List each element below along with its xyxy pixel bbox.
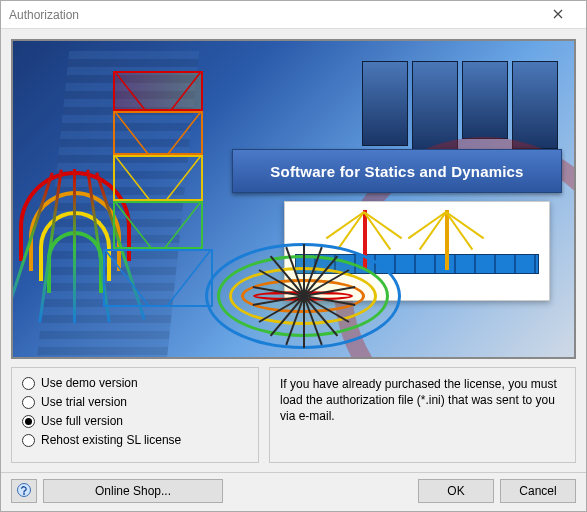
options-group: Use demo versionUse trial versionUse ful…	[11, 367, 259, 463]
content-area: Software for Statics and Dynamics Use de…	[1, 29, 586, 472]
radio-icon	[22, 396, 35, 409]
footer: Online Shop... OK Cancel	[1, 472, 586, 511]
slogan-text: Software for Statics and Dynamics	[270, 163, 523, 180]
tower-model-icon	[93, 71, 223, 321]
titlebar: Authorization	[1, 1, 586, 29]
radio-option[interactable]: Rehost existing SL license	[22, 433, 248, 447]
close-icon	[553, 8, 563, 22]
radio-label: Rehost existing SL license	[41, 433, 181, 447]
info-text: If you have already purchased the licens…	[280, 377, 557, 423]
help-icon	[16, 482, 32, 501]
banner-image: Software for Statics and Dynamics	[11, 39, 576, 359]
radio-option[interactable]: Use full version	[22, 414, 248, 428]
cancel-button[interactable]: Cancel	[500, 479, 576, 503]
radio-option[interactable]: Use trial version	[22, 395, 248, 409]
disc-model-icon	[203, 241, 403, 351]
slogan-box: Software for Statics and Dynamics	[232, 149, 562, 193]
close-button[interactable]	[538, 3, 578, 27]
online-shop-button[interactable]: Online Shop...	[43, 479, 223, 503]
radio-icon	[22, 434, 35, 447]
svg-point-1	[23, 493, 25, 495]
window-title: Authorization	[9, 8, 538, 22]
radio-icon	[22, 377, 35, 390]
radio-icon	[22, 415, 35, 428]
radio-option[interactable]: Use demo version	[22, 376, 248, 390]
ok-button[interactable]: OK	[418, 479, 494, 503]
radio-label: Use trial version	[41, 395, 127, 409]
radio-label: Use demo version	[41, 376, 138, 390]
help-button[interactable]	[11, 479, 37, 503]
authorization-dialog: Authorization	[0, 0, 587, 512]
lower-panel: Use demo versionUse trial versionUse ful…	[11, 367, 576, 463]
info-panel: If you have already purchased the licens…	[269, 367, 576, 463]
radio-label: Use full version	[41, 414, 123, 428]
